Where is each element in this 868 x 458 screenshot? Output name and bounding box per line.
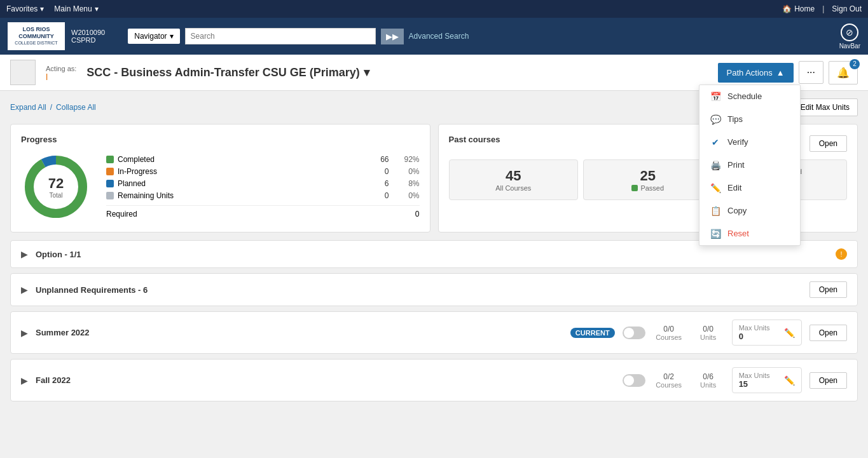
fall2022-units: 0/6 Units bbox=[692, 372, 724, 389]
donut-label: 72 Total bbox=[48, 175, 64, 199]
path-actions-chevron-icon: ▲ bbox=[776, 68, 785, 77]
summer2022-open-button[interactable]: Open bbox=[809, 325, 847, 341]
fall2022-max-units: Max Units 15 ✏️ bbox=[732, 367, 802, 393]
advanced-search-link[interactable]: Advanced Search bbox=[409, 32, 469, 41]
all-courses-stat: 45 All Courses bbox=[449, 159, 579, 200]
planned-dot bbox=[106, 180, 114, 187]
navbar-button[interactable]: ⊘ NavBar bbox=[839, 24, 860, 50]
system-info: W2010090 CSPRD bbox=[71, 29, 105, 44]
menu-item-print[interactable]: 🖨️ Print bbox=[699, 154, 800, 177]
donut-chart: 72 Total bbox=[21, 152, 91, 222]
schedule-icon: 📅 bbox=[710, 91, 721, 102]
progress-legend: Completed 66 92% In-Progress bbox=[106, 155, 420, 219]
required-row: Required 0 bbox=[106, 205, 420, 219]
path-actions-area: Path Actions ▲ 📅 Schedule 💬 Tips ✔ Verif… bbox=[718, 61, 858, 84]
main-menu[interactable]: Main Menu ▾ bbox=[54, 4, 98, 13]
bell-icon: 🔔 bbox=[837, 67, 850, 78]
navigator-button[interactable]: Navigator ▾ bbox=[128, 29, 179, 44]
summer2022-units: 0/0 Units bbox=[692, 325, 724, 341]
path-dropdown-icon: ▾ bbox=[364, 65, 369, 79]
summer2022-section-title: Summer 2022 bbox=[36, 328, 563, 337]
completed-dot bbox=[106, 156, 114, 163]
search-input[interactable] bbox=[185, 28, 376, 44]
search-icon: ▶▶ bbox=[386, 32, 399, 41]
home-link[interactable]: 🏠 Home bbox=[782, 4, 815, 13]
unplanned-section-title: Unplanned Requirements - 6 bbox=[36, 285, 802, 295]
navbar-icon: ⊘ bbox=[841, 24, 858, 41]
search-button[interactable]: ▶▶ bbox=[381, 29, 404, 44]
reset-icon: 🔄 bbox=[710, 229, 721, 239]
legend-row-planned: Planned 6 8% bbox=[106, 179, 420, 188]
passed-label: Passed bbox=[591, 184, 705, 192]
top-nav-left: Favorites ▾ Main Menu ▾ bbox=[6, 4, 99, 13]
more-options-button[interactable]: ··· bbox=[799, 61, 823, 84]
acting-info: Acting as: | bbox=[46, 65, 76, 80]
inprogress-dot bbox=[106, 168, 114, 175]
top-navigation: Favorites ▾ Main Menu ▾ 🏠 Home | Sign Ou… bbox=[0, 0, 868, 18]
notifications-button[interactable]: 🔔 2 bbox=[829, 61, 858, 84]
option-section-title: Option - 1/1 bbox=[36, 250, 828, 259]
fall2022-courses: 0/2 Courses bbox=[653, 372, 685, 389]
progress-title: Progress bbox=[21, 135, 420, 144]
menu-item-tips[interactable]: 💬 Tips bbox=[699, 108, 800, 131]
summer2022-section-row: ▶ Summer 2022 CURRENT 0/0 Courses 0/0 Un… bbox=[10, 311, 858, 354]
separator: / bbox=[50, 103, 52, 112]
verify-icon: ✔ bbox=[710, 137, 721, 147]
unplanned-section-row: ▶ Unplanned Requirements - 6 Open bbox=[10, 273, 858, 306]
summer2022-toggle[interactable] bbox=[623, 327, 645, 339]
unplanned-open-button[interactable]: Open bbox=[809, 281, 847, 298]
unplanned-chevron-icon[interactable]: ▶ bbox=[21, 285, 28, 295]
past-courses-open-button[interactable]: Open bbox=[809, 135, 847, 152]
path-actions-button[interactable]: Path Actions ▲ bbox=[718, 63, 794, 83]
header-bar: LOS RIOS COMMUNITY COLLEGE DISTRICT W201… bbox=[0, 18, 868, 55]
home-icon: 🏠 bbox=[782, 4, 792, 13]
menu-item-copy[interactable]: 📋 Copy bbox=[699, 199, 800, 222]
top-nav-right: 🏠 Home | Sign Out bbox=[782, 4, 862, 13]
notification-badge: 2 bbox=[850, 59, 860, 69]
fall2022-open-button[interactable]: Open bbox=[809, 372, 847, 389]
fall2022-section-title: Fall 2022 bbox=[36, 375, 615, 385]
copy-icon: 📋 bbox=[710, 206, 721, 216]
acting-bar: Acting as: | SCC - Business Admin-Transf… bbox=[0, 55, 868, 91]
past-courses-title: Past courses bbox=[449, 135, 500, 144]
logo-area: LOS RIOS COMMUNITY COLLEGE DISTRICT W201… bbox=[8, 22, 105, 50]
menu-item-schedule[interactable]: 📅 Schedule bbox=[699, 85, 800, 108]
collapse-all-link[interactable]: Collapse All bbox=[56, 103, 96, 112]
main-menu-chevron-icon: ▾ bbox=[95, 4, 99, 13]
fall2022-edit-icon[interactable]: ✏️ bbox=[784, 375, 795, 386]
progress-card: Progress 72 To bbox=[10, 124, 431, 232]
summer2022-max-units: Max Units 0 ✏️ bbox=[732, 320, 802, 346]
edit-icon: ✏️ bbox=[710, 183, 721, 193]
legend-row-inprogress: In-Progress 0 0% bbox=[106, 167, 420, 176]
navigator-chevron-icon: ▾ bbox=[170, 32, 174, 41]
expand-all-link[interactable]: Expand All bbox=[10, 103, 46, 112]
favorites-chevron-icon: ▾ bbox=[40, 4, 44, 13]
legend-row-remaining: Remaining Units 0 0% bbox=[106, 191, 420, 200]
summer2022-edit-icon[interactable]: ✏️ bbox=[784, 328, 795, 338]
option-warning-badge: ! bbox=[836, 248, 847, 260]
passed-dot bbox=[631, 185, 638, 191]
search-area: Navigator ▾ ▶▶ Advanced Search bbox=[128, 28, 829, 44]
current-badge: CURRENT bbox=[570, 328, 615, 338]
progress-inner: 72 Total Completed 66 92% bbox=[21, 152, 420, 222]
legend-row-completed: Completed 66 92% bbox=[106, 155, 420, 164]
avatar bbox=[10, 60, 36, 85]
summer2022-chevron-icon[interactable]: ▶ bbox=[21, 328, 28, 338]
print-icon: 🖨️ bbox=[710, 160, 721, 170]
menu-item-verify[interactable]: ✔ Verify bbox=[699, 131, 800, 154]
path-title[interactable]: SCC - Business Admin-Transfer CSU GE (Pr… bbox=[86, 65, 369, 79]
menu-item-reset[interactable]: 🔄 Reset bbox=[699, 222, 800, 245]
fall2022-section-row: ▶ Fall 2022 0/2 Courses 0/6 Units Max Un… bbox=[10, 359, 858, 401]
path-actions-dropdown: 📅 Schedule 💬 Tips ✔ Verify 🖨️ Print ✏️ E… bbox=[699, 84, 801, 246]
tips-icon: 💬 bbox=[710, 114, 721, 125]
fall2022-toggle[interactable] bbox=[623, 374, 645, 387]
favorites-menu[interactable]: Favorites ▾ bbox=[6, 4, 44, 13]
passed-stat: 25 Passed bbox=[583, 159, 713, 200]
menu-item-edit[interactable]: ✏️ Edit bbox=[699, 177, 800, 199]
option-chevron-icon[interactable]: ▶ bbox=[21, 249, 28, 259]
fall2022-chevron-icon[interactable]: ▶ bbox=[21, 375, 28, 386]
remaining-dot bbox=[106, 192, 114, 199]
sign-out-button[interactable]: Sign Out bbox=[832, 4, 862, 13]
summer2022-courses: 0/0 Courses bbox=[653, 325, 685, 341]
logo: LOS RIOS COMMUNITY COLLEGE DISTRICT bbox=[8, 22, 65, 50]
